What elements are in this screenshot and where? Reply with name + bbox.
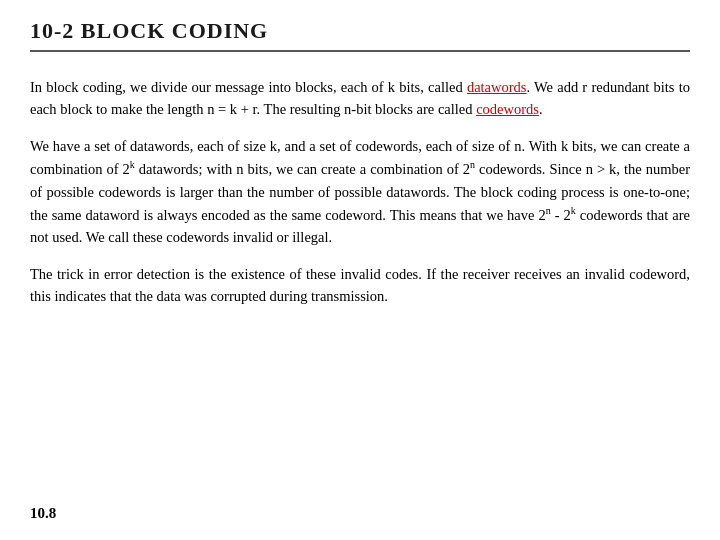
datawords-link: datawords — [467, 79, 527, 95]
paragraph-2: We have a set of datawords, each of size… — [30, 135, 690, 249]
paragraph-3: The trick in error detection is the exis… — [30, 263, 690, 308]
codewords-link: codewords — [476, 101, 539, 117]
header-divider — [30, 50, 690, 52]
page-title: 10-2 BLOCK CODING — [30, 18, 690, 44]
page-header: 10-2 BLOCK CODING — [30, 18, 690, 66]
page-number: 10.8 — [30, 505, 56, 521]
page-footer: 10.8 — [30, 497, 690, 522]
content-area: In block coding, we divide our message i… — [30, 76, 690, 497]
page-container: 10-2 BLOCK CODING In block coding, we di… — [0, 0, 720, 540]
paragraph-1: In block coding, we divide our message i… — [30, 76, 690, 121]
